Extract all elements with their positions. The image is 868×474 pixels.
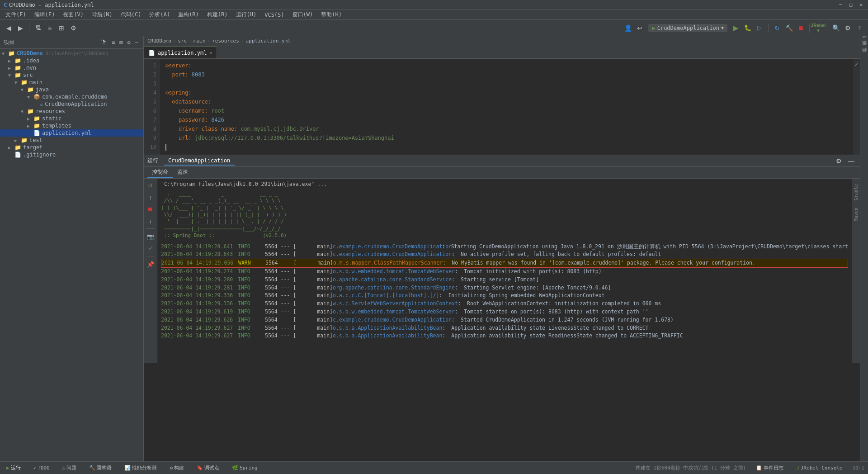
help-button[interactable]: ? xyxy=(854,23,864,33)
code-line-8: driver-class-name: com.mysql.cj.jdbc.Dri… xyxy=(165,125,848,134)
wrap-button[interactable]: ⏎ xyxy=(146,243,156,253)
code-line-7: password: 8426 xyxy=(165,116,848,125)
menu-build[interactable]: 构建(B) xyxy=(203,10,231,19)
settings-button[interactable]: ⚙ xyxy=(68,23,78,33)
run-button[interactable]: ▶ xyxy=(731,23,741,33)
tree-item-templates[interactable]: ▶ 📁 templates xyxy=(0,122,143,129)
avatar-button[interactable]: 👤 xyxy=(623,23,633,33)
breadcrumb-src[interactable]: src xyxy=(178,38,187,44)
refresh-button[interactable]: ↻ xyxy=(772,23,782,33)
tree-item-static[interactable]: ▶ 📁 static xyxy=(0,115,143,122)
tree-item-cruddemo[interactable]: ▼ 📁 CRUDDemo D:\JavaProject\CRUDDemo xyxy=(0,50,143,57)
menu-run[interactable]: 运行(U) xyxy=(232,10,260,19)
tree-item-application-yml[interactable]: 📄 application.yml xyxy=(0,129,143,137)
menu-view[interactable]: 视图(V) xyxy=(59,10,87,19)
scroll-down-button[interactable]: ↓ xyxy=(146,216,156,226)
line-num-6: 6 xyxy=(144,107,156,116)
sidebar-icon-list[interactable]: ≡ xyxy=(110,39,116,46)
camera-button[interactable]: 📷 xyxy=(146,232,156,242)
jrebel-button[interactable]: JRebel ▼ xyxy=(813,23,823,33)
tree-item-resources[interactable]: ▼ 📁 resources xyxy=(0,108,143,115)
breadcrumb-resources[interactable]: resources xyxy=(212,38,239,44)
list-view-button[interactable]: ≡ xyxy=(45,23,55,33)
footer-build-output[interactable]: 🔨 重构语 xyxy=(86,464,114,472)
console-output[interactable]: "C:\Program Files\Java\jdk1.8.0_291\bin\… xyxy=(157,179,852,363)
side-tab-gradle[interactable]: Gradle xyxy=(853,180,859,204)
menu-refactor[interactable]: 重构(R) xyxy=(175,10,203,19)
search-everywhere-button[interactable]: 🔍 xyxy=(831,23,841,33)
right-strip-structure[interactable]: 结构 xyxy=(860,52,868,60)
tab-application-yml[interactable]: 📄 application.yml ✕ xyxy=(144,47,217,58)
footer-todo[interactable]: ✓ TODO xyxy=(31,464,52,472)
menu-code[interactable]: 代码(C) xyxy=(117,10,145,19)
sidebar-icon-close[interactable]: — xyxy=(134,39,140,46)
tree-item-src[interactable]: ▼ 📁 src xyxy=(0,71,143,79)
subtab-console[interactable]: 控制台 xyxy=(147,167,173,178)
tree-item-package[interactable]: ▼ 📦 com.example.cruddemo xyxy=(0,93,143,100)
log-msg-5: Initializing Spring embedded WebApplicat… xyxy=(448,292,604,300)
menu-help[interactable]: 帮助(H) xyxy=(317,10,345,19)
footer-bookmarks[interactable]: 🔖 调试点 xyxy=(194,464,222,472)
footer-event-log[interactable]: 📋 事件日志 xyxy=(753,464,786,472)
tree-item-java[interactable]: ▼ 📁 java xyxy=(0,86,143,93)
tree-item-mvn[interactable]: ▶ 📁 .mvn xyxy=(0,64,143,71)
breadcrumb-main[interactable]: main xyxy=(193,38,206,44)
code-content[interactable]: ⚙ server: port: 8083 ⚙ spring: ⚙ datasou… xyxy=(160,59,853,155)
debug-button[interactable]: 🐛 xyxy=(743,23,753,33)
line-num-7: 7 xyxy=(144,116,156,125)
menu-navigate[interactable]: 导航(N) xyxy=(88,10,116,19)
rerun-button[interactable]: ↺ xyxy=(146,180,156,190)
subtab-monitor[interactable]: 监速 xyxy=(173,167,193,178)
undo-button[interactable]: ↩ xyxy=(635,23,645,33)
footer-problems[interactable]: ⚠ 问题 xyxy=(60,464,80,472)
footer-profiler[interactable]: 📊 性能分析器 xyxy=(122,464,160,472)
footer-jrebel-console[interactable]: J JRebel Console xyxy=(793,464,845,472)
menu-file[interactable]: 文件(F) xyxy=(2,10,30,19)
log-lvl-warn: WARN xyxy=(238,259,265,267)
forward-button[interactable]: ▶ xyxy=(15,23,25,33)
stop-run-button[interactable]: ⏹ xyxy=(146,204,156,214)
back-button[interactable]: ◀ xyxy=(4,23,14,33)
menu-vcs[interactable]: VCS(S) xyxy=(261,11,288,19)
breadcrumb-application-yml[interactable]: application.yml xyxy=(245,38,290,44)
tab-close-button[interactable]: ✕ xyxy=(209,50,212,55)
run-settings-button[interactable]: ⚙ xyxy=(834,156,844,166)
run-tab-crud[interactable]: CrudDemoApplication xyxy=(164,156,235,166)
right-strip-database[interactable]: 数据库 xyxy=(860,45,868,52)
sidebar-icon-settings[interactable]: ⚙ xyxy=(126,39,132,46)
project-structure-button[interactable]: 🏗 xyxy=(33,23,43,33)
minimize-button[interactable]: ─ xyxy=(837,2,844,8)
run-minimize-button[interactable]: — xyxy=(846,156,856,166)
scroll-up-button[interactable]: ↑ xyxy=(146,192,156,202)
side-tab-maven[interactable]: Maven xyxy=(853,204,859,225)
maximize-button[interactable]: □ xyxy=(848,2,854,8)
tree-item-main[interactable]: ▼ 📁 main xyxy=(0,79,143,86)
tree-item-crud-app[interactable]: ☕ CrudDemoApplication xyxy=(0,100,143,108)
breadcrumb-cruddemo[interactable]: CRUDDemo xyxy=(147,38,171,44)
right-strip-notifications[interactable]: 通知 xyxy=(860,38,868,45)
tree-item-idea[interactable]: ▶ 📁 .idea xyxy=(0,57,143,64)
expand-button[interactable]: ⊞ xyxy=(57,23,66,33)
coverage-button[interactable]: ▷ xyxy=(755,23,764,33)
menu-analyze[interactable]: 分析(A) xyxy=(146,10,174,19)
tree-item-test[interactable]: ▶ 📁 test xyxy=(0,137,143,144)
sidebar-icon-scope[interactable]: 🔭 xyxy=(99,39,108,46)
footer-spring[interactable]: 🌿 Spring xyxy=(229,464,260,472)
footer-run[interactable]: ▶ 运行 xyxy=(4,464,24,472)
stop-button[interactable]: ⏹ xyxy=(796,23,806,33)
build-button[interactable]: 🔨 xyxy=(784,23,794,33)
settings-gear-button[interactable]: ⚙ xyxy=(843,23,853,33)
footer-build[interactable]: ⚙ 构建 xyxy=(167,464,187,472)
breadcrumb-sep-4: › xyxy=(241,38,244,44)
run-config-selector[interactable]: ▶ CrudDemoApplication ▼ xyxy=(648,24,727,32)
close-button[interactable]: ✕ xyxy=(858,2,864,8)
sidebar-icon-expand[interactable]: ⊞ xyxy=(118,39,124,46)
footer-todo-label: TODO xyxy=(38,465,50,471)
code-editor[interactable]: 1 2 3 4 5 6 7 8 9 10 ⚙ server: port: 808… xyxy=(144,59,860,155)
pin-button[interactable]: 📌 xyxy=(146,259,156,269)
tree-item-target[interactable]: ▶ 📁 target xyxy=(0,144,143,151)
log-lvl-7: INFO xyxy=(238,308,265,316)
menu-edit[interactable]: 编辑(E) xyxy=(31,10,59,19)
menu-window[interactable]: 窗口(W) xyxy=(289,10,317,19)
tree-item-gitignore[interactable]: 📄 .gitignore xyxy=(0,151,143,158)
